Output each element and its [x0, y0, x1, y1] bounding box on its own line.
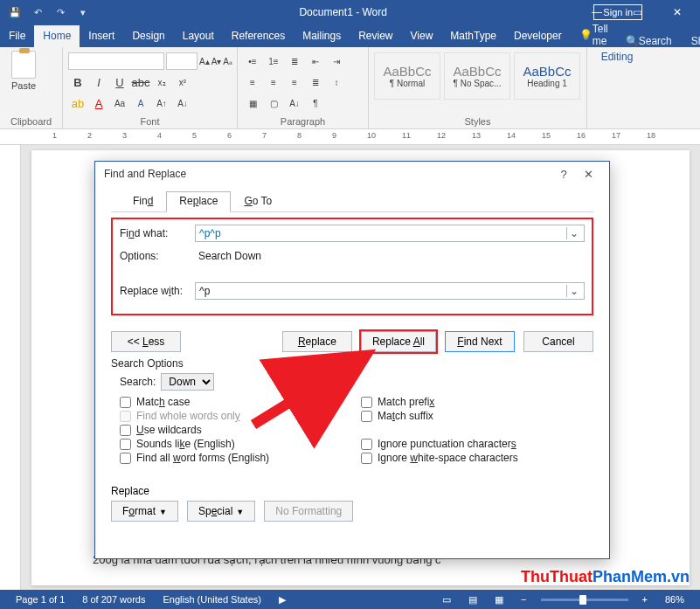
borders-icon[interactable]: ▢ — [264, 95, 283, 113]
chk-ignore-punct[interactable] — [361, 439, 372, 450]
chk-all-forms[interactable] — [120, 453, 131, 464]
style-nospacing[interactable]: AaBbCc¶ No Spac... — [444, 52, 510, 100]
sort-icon[interactable]: A↓ — [285, 95, 304, 113]
replace-all-button[interactable]: Replace All — [361, 331, 436, 352]
font-name-field[interactable] — [68, 52, 164, 70]
tab-review[interactable]: Review — [350, 25, 401, 47]
find-next-button[interactable]: Find Next — [445, 331, 515, 352]
zoom-in-icon[interactable]: + — [634, 594, 656, 605]
chevron-down-icon[interactable]: ⌄ — [566, 227, 580, 239]
highlight-icon[interactable]: ab — [68, 95, 87, 113]
macro-icon[interactable]: ▶ — [270, 594, 295, 606]
minimize-icon[interactable]: — — [579, 3, 614, 21]
chk-ignore-white[interactable] — [361, 453, 372, 464]
justify-icon[interactable]: ≣ — [306, 73, 325, 91]
chk-match-case[interactable] — [120, 397, 131, 408]
chk-sounds-like[interactable] — [120, 439, 131, 450]
search-dir-select[interactable]: Down — [161, 373, 214, 391]
clear-fmt-icon[interactable]: Aₐ — [223, 52, 232, 70]
replace-button[interactable]: Replace — [282, 331, 352, 352]
redo-icon[interactable]: ↷ — [51, 3, 70, 22]
grow-font-icon[interactable]: A▴ — [199, 52, 210, 70]
style-normal[interactable]: AaBbCc¶ Normal — [374, 52, 440, 100]
outdent-icon[interactable]: ⇤ — [306, 52, 325, 70]
font-color-icon[interactable]: A — [89, 95, 108, 113]
line-spacing-icon[interactable]: ↕ — [327, 73, 346, 91]
tab-find-dialog[interactable]: Find — [120, 191, 166, 212]
less-button[interactable]: << Less — [111, 331, 181, 352]
zoom-level[interactable]: 86% — [656, 594, 693, 605]
font-size-field[interactable] — [166, 52, 198, 70]
underline-icon[interactable]: U — [110, 73, 129, 91]
dialog-tabs: Find Replace Go To — [120, 191, 609, 212]
text-effects-icon[interactable]: A — [131, 95, 150, 113]
maximize-icon[interactable]: ▭ — [620, 3, 655, 21]
paste-button[interactable]: Paste — [5, 51, 42, 91]
ruler-horizontal[interactable]: 123456789101112131415161718 — [0, 129, 700, 145]
dialog-close-icon[interactable]: ✕ — [576, 168, 600, 181]
findwhat-field[interactable]: ^p^p ⌄ — [195, 225, 585, 242]
share-button[interactable]: Share — [681, 35, 700, 47]
style-heading1[interactable]: AaBbCcHeading 1 — [514, 52, 580, 100]
tab-replace-dialog[interactable]: Replace — [166, 191, 231, 212]
format-button[interactable]: Format▼ — [111, 501, 178, 522]
tab-references[interactable]: References — [223, 25, 294, 47]
replacewith-field[interactable]: ^p ⌄ — [195, 282, 585, 300]
tab-view[interactable]: View — [402, 25, 442, 47]
chk-suffix[interactable] — [361, 411, 372, 422]
chk-prefix[interactable] — [361, 397, 372, 408]
tab-layout[interactable]: Layout — [174, 25, 223, 47]
shrink-font-icon[interactable]: A▾ — [211, 52, 222, 70]
tab-home[interactable]: Home — [34, 25, 80, 47]
close-icon[interactable]: ✕ — [660, 3, 695, 21]
save-icon[interactable]: 💾 — [5, 3, 24, 22]
strike-icon[interactable]: abc — [131, 73, 150, 91]
tell-me[interactable]: 💡 Tell me — [571, 23, 617, 47]
cancel-button[interactable]: Cancel — [523, 331, 593, 352]
status-lang[interactable]: English (United States) — [154, 594, 270, 605]
align-right-icon[interactable]: ≡ — [285, 73, 304, 91]
help-icon[interactable]: ? — [551, 168, 576, 181]
indent-icon[interactable]: ⇥ — [327, 52, 346, 70]
qa-dropdown-icon[interactable]: ▾ — [73, 3, 93, 22]
subscript-icon[interactable]: x₂ — [152, 73, 171, 91]
chk-wildcards[interactable] — [120, 425, 131, 436]
change-case-icon[interactable]: Aa — [110, 95, 129, 113]
show-marks-icon[interactable]: ¶ — [306, 95, 325, 113]
replace-footer: Replace Format▼ Special▼ No Formatting — [111, 485, 593, 522]
superscript-icon[interactable]: x² — [173, 73, 192, 91]
tab-design[interactable]: Design — [123, 25, 173, 47]
status-page[interactable]: Page 1 of 1 — [7, 594, 73, 605]
chevron-down-icon[interactable]: ⌄ — [566, 285, 580, 297]
statusbar: Page 1 of 1 8 of 207 words English (Unit… — [0, 590, 700, 609]
view-print-icon[interactable]: ▤ — [460, 594, 486, 606]
ruler-vertical[interactable] — [0, 145, 21, 591]
zoom-slider[interactable] — [541, 599, 628, 601]
search-cmd[interactable]: 🔍 Search — [617, 35, 681, 47]
italic-icon[interactable]: I — [89, 73, 108, 91]
view-web-icon[interactable]: ▦ — [486, 594, 512, 606]
zoom-out-icon[interactable]: − — [512, 594, 535, 605]
align-left-icon[interactable]: ≡ — [243, 73, 262, 91]
tab-file[interactable]: File — [0, 25, 34, 47]
bold-icon[interactable]: B — [68, 73, 87, 91]
special-button[interactable]: Special▼ — [187, 501, 255, 522]
tab-mathtype[interactable]: MathType — [441, 25, 505, 47]
shrink-a-icon[interactable]: A↓ — [173, 95, 192, 113]
grow-a-icon[interactable]: A↑ — [152, 95, 171, 113]
search-options: Search Options Search: Down Match case F… — [111, 357, 593, 466]
dialog-titlebar[interactable]: Find and Replace ? ✕ — [95, 162, 609, 186]
tab-goto-dialog[interactable]: Go To — [231, 191, 285, 212]
editing-button[interactable]: Editing — [593, 51, 641, 63]
tab-mailings[interactable]: Mailings — [294, 25, 350, 47]
shading-icon[interactable]: ▦ — [243, 95, 262, 113]
bullets-icon[interactable]: •≡ — [243, 52, 262, 70]
status-words[interactable]: 8 of 207 words — [73, 594, 154, 605]
view-read-icon[interactable]: ▭ — [433, 594, 460, 606]
multilevel-icon[interactable]: ≣ — [285, 52, 304, 70]
numbering-icon[interactable]: 1≡ — [264, 52, 283, 70]
tab-developer[interactable]: Developer — [505, 25, 571, 47]
tab-insert[interactable]: Insert — [80, 25, 123, 47]
undo-icon[interactable]: ↶ — [28, 3, 47, 22]
align-center-icon[interactable]: ≡ — [264, 73, 283, 91]
